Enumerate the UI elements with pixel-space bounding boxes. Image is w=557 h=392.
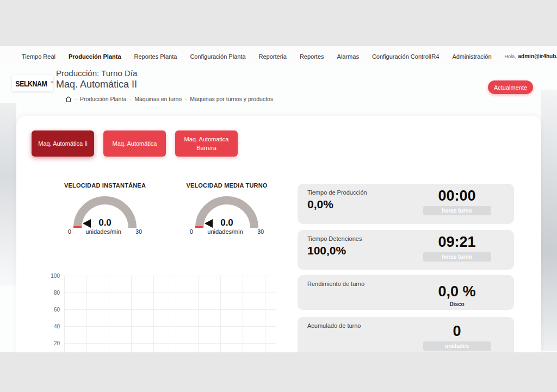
decorative-swoosh-left: [0, 103, 16, 285]
page-title-line1: Producción: Turno Día: [56, 68, 137, 78]
user-email: admin@ir4hub.cl: [518, 53, 557, 59]
gauge-title: VELOCIDAD MEDIA TURNO: [171, 182, 283, 189]
kpi-value: 09:21: [413, 233, 500, 251]
decorative-swoosh-right: [541, 90, 557, 351]
machine-button-automatica-barrera[interactable]: Maq. Automatica Barrera: [175, 130, 238, 157]
gauge-min: 0: [68, 228, 71, 235]
breadcrumb-separator: -: [129, 96, 131, 102]
gauge-arc: 0.0: [195, 196, 258, 228]
kpi-card-rendimiento-turno: Rendimiento de turno 0,0 % Disco: [298, 275, 514, 310]
gauge-velocidad-media-turno: VELOCIDAD MEDIA TURNO 0.0 0 unidades/min…: [171, 182, 283, 235]
gauge-unit: unidades/min: [207, 228, 243, 235]
top-nav: Tiempo Real Producción Planta Reportes P…: [0, 46, 557, 66]
kpi-label: Tiempo de Producción: [307, 189, 367, 196]
gauge-arc: 0.0: [73, 196, 137, 228]
nav-reportes[interactable]: Reportes: [300, 53, 324, 60]
kpi-card-tiempo-produccion: Tiempo de Producción 0,0% 00:00 horas tu…: [298, 184, 514, 224]
user-greeting: Hola,: [505, 54, 516, 59]
kpi-label: Acumulado de turno: [307, 322, 361, 329]
kpi-percent: 0,0%: [307, 198, 333, 211]
kpi-unit-badge: unidades: [423, 341, 491, 351]
y-tick: 80: [37, 290, 60, 307]
y-tick: 100: [37, 273, 60, 290]
gauge-unit: unidades/min: [85, 228, 121, 235]
kpi-value: 0,0 %: [413, 283, 500, 300]
nav-configuracion-planta[interactable]: Configuración Planta: [190, 53, 245, 60]
kpi-card-tiempo-detenciones: Tiempo Detenciones 100,0% 09:21 horas tu…: [298, 230, 514, 270]
nav-reportes-planta[interactable]: Reportes Planta: [134, 53, 177, 60]
selknam-logo: SELKNAM =: [12, 75, 53, 91]
home-icon[interactable]: [65, 96, 72, 102]
breadcrumb-produccion-planta[interactable]: Producción Planta: [80, 96, 126, 102]
breadcrumb: - Producción Planta - Máquinas en turno …: [65, 96, 273, 102]
gauge-max: 30: [135, 228, 142, 235]
breadcrumb-separator: -: [185, 96, 187, 102]
content-card: Maq. Automática Ii Maq. Automática Maq. …: [16, 116, 541, 352]
gauge-value: 0.0: [195, 217, 258, 228]
page-body: Tiempo Real Producción Planta Reportes P…: [0, 46, 557, 352]
gauge-velocidad-instantanea: VELOCIDAD INSTANTÁNEA 0.0 0 unidades/min…: [49, 182, 161, 235]
logo-mark-icon: =: [51, 79, 54, 84]
kpi-card-acumulado-turno: Acumulado de turno 0 unidades: [298, 317, 514, 352]
logo-text: SELKNAM: [15, 79, 47, 88]
actualmente-button[interactable]: Actualmente: [488, 80, 533, 94]
gauge-scale: 0 unidades/min 30: [68, 228, 142, 235]
kpi-value: 0: [413, 322, 500, 340]
gauge-title: VELOCIDAD INSTANTÁNEA: [49, 182, 161, 189]
dashboard-screen: Tiempo Real Producción Planta Reportes P…: [0, 0, 557, 392]
machine-button-automatica[interactable]: Maq. Automática: [103, 130, 166, 157]
gauge-value: 0.0: [73, 217, 137, 228]
breadcrumb-maquinas-turnos-productos[interactable]: Máquinas por turnos y productos: [190, 96, 273, 102]
nav-produccion-planta[interactable]: Producción Planta: [69, 53, 121, 60]
page-title-line2: Maq. Automática II: [56, 78, 137, 90]
trend-chart-plot-area: [64, 276, 276, 352]
chart-y-axis-labels: 100 80 60 40 20: [37, 273, 60, 352]
nav-tiempo-real[interactable]: Tiempo Real: [22, 53, 55, 60]
gauge-min: 0: [190, 228, 193, 235]
y-tick: 60: [37, 307, 60, 323]
breadcrumb-maquinas-en-turno[interactable]: Máquinas en turno: [134, 96, 182, 102]
kpi-value: 00:00: [413, 187, 500, 204]
kpi-label: Rendimiento de turno: [307, 281, 364, 287]
page-title: Producción: Turno Día Maq. Automática II: [56, 68, 137, 90]
breadcrumb-separator: -: [75, 96, 77, 102]
machine-button-automatica-ii[interactable]: Maq. Automática Ii: [32, 130, 94, 157]
kpi-sub-label: Disco: [413, 301, 500, 307]
user-menu[interactable]: Hola, admin@ir4hub.cl: [505, 53, 557, 59]
y-tick: 20: [37, 340, 60, 352]
kpi-unit-badge: horas turno: [423, 252, 491, 262]
nav-reporteria[interactable]: Reporteria: [259, 53, 287, 60]
nav-configuracion-controlir4[interactable]: Configuración ControlIR4: [372, 53, 440, 60]
gauge-scale: 0 unidades/min 30: [190, 228, 264, 235]
nav-administracion[interactable]: Administración: [452, 53, 491, 60]
gauge-max: 30: [257, 228, 264, 235]
kpi-unit-badge: horas turno: [423, 206, 491, 215]
kpi-label: Tiempo Detenciones: [307, 235, 362, 242]
y-tick: 40: [37, 323, 60, 340]
kpi-percent: 100,0%: [307, 244, 346, 257]
nav-alarmas[interactable]: Alarmas: [337, 53, 359, 60]
